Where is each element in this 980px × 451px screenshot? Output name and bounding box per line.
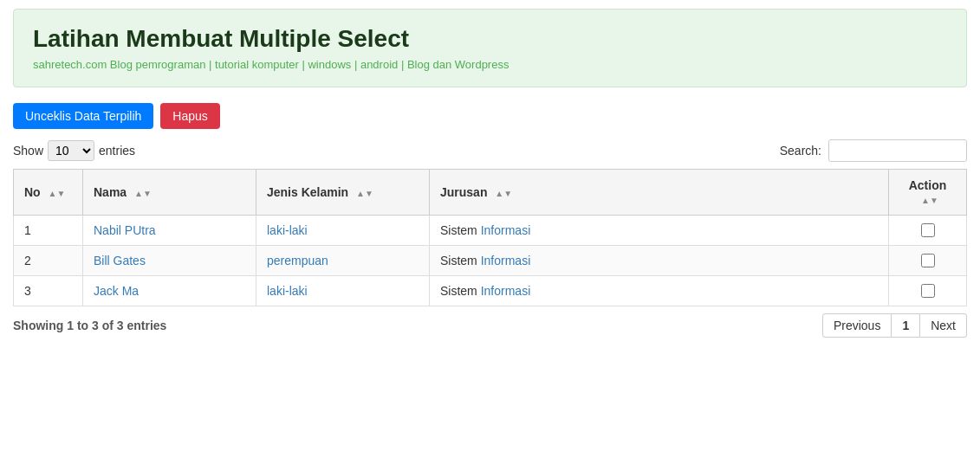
entries-label: entries xyxy=(99,144,135,158)
sort-arrows-nama[interactable]: ▲▼ xyxy=(134,189,152,198)
showing-info: Showing 1 to 3 of 3 entries xyxy=(13,319,166,332)
pagination: Previous 1 Next xyxy=(822,313,967,338)
next-page-button[interactable]: Next xyxy=(919,313,967,338)
col-nama: Nama ▲▼ xyxy=(83,170,256,216)
cell-jenis-kelamin: laki-laki xyxy=(256,276,430,306)
table-header-row: No ▲▼ Nama ▲▼ Jenis Kelamin ▲▼ Jurusan ▲… xyxy=(14,170,967,216)
cell-action xyxy=(889,216,967,246)
search-box: Search: xyxy=(780,139,967,162)
page-subtitle: sahretech.com Blog pemrograman | tutoria… xyxy=(33,58,947,71)
header-banner: Latihan Membuat Multiple Select sahretec… xyxy=(13,9,967,87)
sort-arrows-action[interactable]: ▲▼ xyxy=(921,196,938,205)
jenis-link[interactable]: perempuan xyxy=(267,254,328,267)
datatable-footer: Showing 1 to 3 of 3 entries Previous 1 N… xyxy=(13,313,967,338)
search-label: Search: xyxy=(780,144,821,158)
jenis-link[interactable]: laki-laki xyxy=(267,284,308,298)
hapus-button[interactable]: Hapus xyxy=(160,103,219,129)
show-label: Show xyxy=(13,144,43,158)
col-jenis-kelamin: Jenis Kelamin ▲▼ xyxy=(256,170,430,216)
cell-jurusan: Sistem Informasi xyxy=(430,216,889,246)
nama-link[interactable]: Jack Ma xyxy=(94,284,139,298)
row-checkbox[interactable] xyxy=(921,284,935,298)
sort-arrows-no[interactable]: ▲▼ xyxy=(49,189,66,198)
data-table: No ▲▼ Nama ▲▼ Jenis Kelamin ▲▼ Jurusan ▲… xyxy=(13,169,967,306)
cell-jenis-kelamin: laki-laki xyxy=(256,216,430,246)
showing-count: 3 xyxy=(117,319,124,332)
cell-nama: Nabil PUtra xyxy=(83,216,256,246)
jenis-link[interactable]: laki-laki xyxy=(267,223,308,237)
entries-select[interactable]: 10 25 50 100 xyxy=(48,140,94,161)
cell-jenis-kelamin: perempuan xyxy=(256,246,430,276)
cell-nama: Jack Ma xyxy=(83,276,256,306)
showing-range: 1 to 3 xyxy=(67,319,99,332)
row-checkbox[interactable] xyxy=(921,223,935,237)
nama-link[interactable]: Bill Gates xyxy=(94,254,146,267)
datatable-controls: Show 10 25 50 100 entries Search: xyxy=(13,139,967,162)
table-row: 2Bill GatesperempuanSistem Informasi xyxy=(14,246,967,276)
sort-arrows-jenis[interactable]: ▲▼ xyxy=(356,189,373,198)
cell-no: 3 xyxy=(14,276,83,306)
col-jurusan: Jurusan ▲▼ xyxy=(430,170,889,216)
informasi-link[interactable]: Informasi xyxy=(481,223,531,237)
show-entries: Show 10 25 50 100 entries xyxy=(13,140,135,161)
cell-nama: Bill Gates xyxy=(83,246,256,276)
unceklis-button[interactable]: Unceklis Data Terpilih xyxy=(13,103,153,129)
col-action: Action ▲▼ xyxy=(889,170,967,216)
cell-no: 1 xyxy=(14,216,83,246)
page-title: Latihan Membuat Multiple Select xyxy=(33,25,947,53)
cell-action xyxy=(889,246,967,276)
cell-action xyxy=(889,276,967,306)
cell-jurusan: Sistem Informasi xyxy=(430,276,889,306)
cell-no: 2 xyxy=(14,246,83,276)
sort-arrows-jurusan[interactable]: ▲▼ xyxy=(495,189,512,198)
col-no: No ▲▼ xyxy=(14,170,83,216)
cell-jurusan: Sistem Informasi xyxy=(430,246,889,276)
toolbar: Unceklis Data Terpilih Hapus xyxy=(13,103,967,129)
row-checkbox[interactable] xyxy=(921,254,935,267)
informasi-link[interactable]: Informasi xyxy=(481,254,531,267)
nama-link[interactable]: Nabil PUtra xyxy=(94,223,156,237)
table-row: 1Nabil PUtralaki-lakiSistem Informasi xyxy=(14,216,967,246)
current-page: 1 xyxy=(892,313,919,338)
prev-page-button[interactable]: Previous xyxy=(822,313,892,338)
search-input[interactable] xyxy=(828,139,967,162)
informasi-link[interactable]: Informasi xyxy=(481,284,531,298)
table-row: 3Jack Malaki-lakiSistem Informasi xyxy=(14,276,967,306)
showing-text: Showing 1 to 3 of 3 entries xyxy=(13,319,166,332)
